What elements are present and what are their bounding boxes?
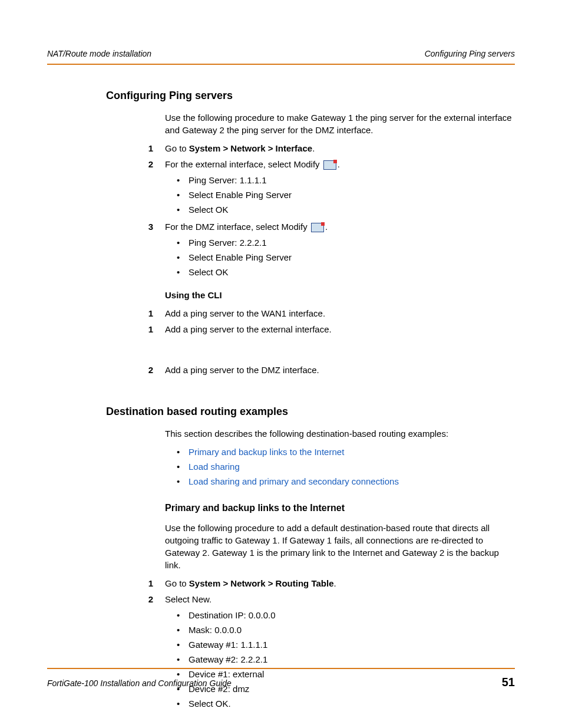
step-number: 2 bbox=[141, 364, 165, 376]
ping-step-3: 3 For the DMZ interface, select Modify . bbox=[141, 220, 515, 233]
modify-icon bbox=[323, 160, 336, 170]
dest-step-2: 2 Select New. bbox=[141, 593, 515, 605]
step-number: 3 bbox=[141, 220, 165, 233]
cli-heading: Using the CLI bbox=[165, 289, 515, 301]
step-body: For the external interface, select Modif… bbox=[165, 158, 515, 170]
step-number: 1 bbox=[141, 307, 165, 319]
link-load-sharing[interactable]: Load sharing bbox=[189, 460, 240, 473]
step-body: Add a ping server to the WAN1 interface. bbox=[165, 307, 515, 319]
page-header: NAT/Route mode installation Configuring … bbox=[47, 48, 515, 65]
header-left: NAT/Route mode installation bbox=[47, 48, 151, 60]
dest-links: •Primary and backup links to the Interne… bbox=[177, 446, 515, 487]
step-number: 2 bbox=[141, 158, 165, 170]
header-right: Configuring Ping servers bbox=[425, 48, 515, 60]
link-primary-backup[interactable]: Primary and backup links to the Internet bbox=[189, 446, 344, 458]
ping-step-2-bullets: •Ping Server: 1.1.1.1 •Select Enable Pin… bbox=[177, 174, 515, 216]
dest-subheading: Primary and backup links to the Internet bbox=[165, 502, 515, 515]
dest-intro: This section describes the following des… bbox=[165, 427, 515, 440]
section-heading-dest: Destination based routing examples bbox=[106, 404, 515, 419]
cli-step-2: 1 Add a ping server to the external inte… bbox=[141, 323, 515, 335]
cli-step-3: 2 Add a ping server to the DMZ interface… bbox=[141, 364, 515, 376]
step-body: Go to System > Network > Routing Table. bbox=[165, 577, 515, 589]
section-heading-ping: Configuring Ping servers bbox=[106, 88, 515, 103]
step-number: 1 bbox=[141, 142, 165, 154]
ping-step-1: 1 Go to System > Network > Interface. bbox=[141, 142, 515, 154]
step-body: For the DMZ interface, select Modify . bbox=[165, 220, 515, 233]
page-footer: FortiGate-100 Installation and Configura… bbox=[47, 668, 515, 690]
link-load-sharing-secondary[interactable]: Load sharing and primary and secondary c… bbox=[189, 475, 399, 487]
dest-step-1: 1 Go to System > Network > Routing Table… bbox=[141, 577, 515, 589]
footer-title: FortiGate-100 Installation and Configura… bbox=[47, 678, 232, 690]
page-number: 51 bbox=[502, 674, 515, 690]
step-number: 1 bbox=[141, 323, 165, 335]
step-number: 2 bbox=[141, 593, 165, 605]
step-body: Select New. bbox=[165, 593, 515, 605]
ping-step-2: 2 For the external interface, select Mod… bbox=[141, 158, 515, 170]
cli-step-1: 1 Add a ping server to the WAN1 interfac… bbox=[141, 307, 515, 319]
ping-step-3-bullets: •Ping Server: 2.2.2.1 •Select Enable Pin… bbox=[177, 236, 515, 278]
step-body: Add a ping server to the DMZ interface. bbox=[165, 364, 515, 376]
modify-icon bbox=[311, 223, 324, 232]
dest-step-2-bullets: •Destination IP: 0.0.0.0 •Mask: 0.0.0.0 … bbox=[177, 609, 515, 710]
ping-intro: Use the following procedure to make Gate… bbox=[165, 111, 515, 136]
dest-sub-intro: Use the following procedure to add a def… bbox=[165, 522, 515, 571]
step-number: 1 bbox=[141, 577, 165, 589]
step-body: Add a ping server to the external interf… bbox=[165, 323, 515, 335]
step-body: Go to System > Network > Interface. bbox=[165, 142, 515, 154]
